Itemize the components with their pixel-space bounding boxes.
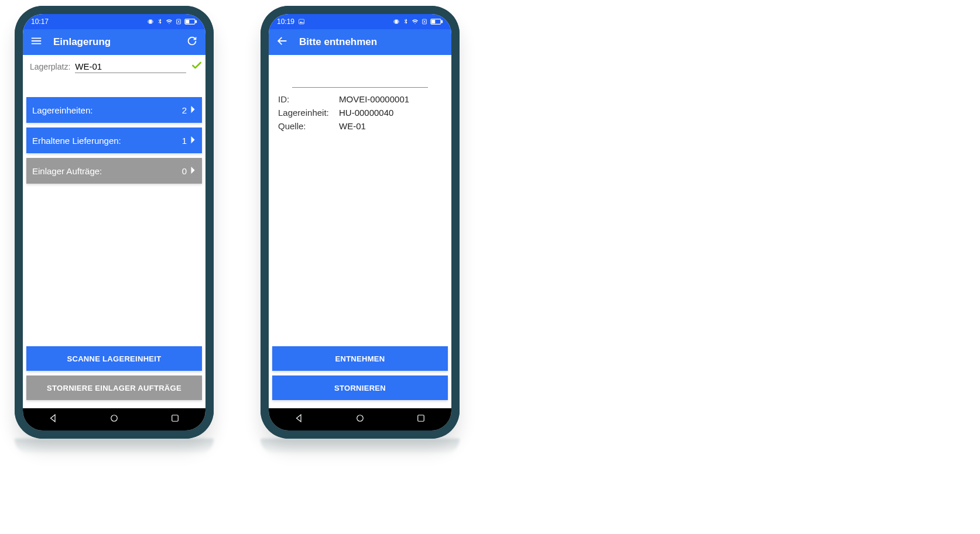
app-bar: Bitte entnehmen	[269, 29, 451, 55]
recents-nav-icon[interactable]	[170, 413, 180, 426]
chevron-right-icon	[190, 105, 196, 115]
status-icons	[147, 18, 197, 25]
page-title: Einlagerung	[53, 36, 175, 48]
back-arrow-icon[interactable]	[276, 35, 289, 50]
bluetooth-icon	[402, 18, 409, 25]
no-sim-icon	[421, 18, 428, 25]
svg-point-5	[111, 415, 118, 422]
home-nav-icon[interactable]	[109, 413, 119, 426]
page-title: Bitte entnehmen	[299, 36, 444, 48]
screen-left: 10:17 Einlagerung Lagerplatz:	[23, 14, 205, 430]
vibrate-icon	[393, 18, 400, 25]
list-item-lagereinheiten[interactable]: Lagereinheiten: 2	[26, 97, 202, 123]
phone-frame-left: 10:17 Einlagerung Lagerplatz:	[15, 6, 214, 439]
screen-right: 10:19 Bitte entnehmen ID: MOVEI	[269, 14, 451, 430]
content-right: ID: MOVEI-00000001 Lagereinheit: HU-0000…	[269, 55, 451, 408]
detail-value: WE-01	[339, 121, 366, 131]
bluetooth-icon	[156, 18, 163, 25]
cancel-orders-button[interactable]: STORNIERE EINLAGER AUFTRÄGE	[26, 375, 202, 400]
chevron-right-icon	[190, 166, 196, 176]
vibrate-icon	[147, 18, 154, 25]
storage-field-label: Lagerplatz:	[30, 62, 70, 71]
list-item-lieferungen[interactable]: Erhaltene Lieferungen: 1	[26, 128, 202, 153]
hamburger-icon[interactable]	[30, 35, 43, 50]
detail-label: Lagereinheit:	[278, 108, 337, 118]
android-nav-bar	[269, 408, 451, 430]
svg-rect-7	[299, 19, 304, 24]
list-item-count: 0	[182, 166, 187, 176]
app-bar: Einlagerung	[23, 29, 205, 55]
detail-label: Quelle:	[278, 121, 337, 131]
status-time: 10:19	[277, 18, 294, 26]
list-item-auftraege[interactable]: Einlager Aufträge: 0	[26, 158, 202, 184]
details-block: ID: MOVEI-00000001 Lagereinheit: HU-0000…	[272, 55, 448, 136]
svg-rect-3	[186, 20, 189, 23]
input-underline[interactable]	[292, 58, 428, 88]
recents-nav-icon[interactable]	[416, 413, 426, 426]
battery-icon	[430, 18, 443, 25]
storage-field-row: Lagerplatz:	[26, 55, 202, 76]
list-item-count: 2	[182, 105, 187, 115]
status-time-group: 10:19	[277, 18, 305, 26]
no-sim-icon	[175, 18, 182, 25]
image-icon	[298, 18, 305, 25]
content-left: Lagerplatz: Lagereinheiten: 2 Erhaltene …	[23, 55, 205, 408]
home-nav-icon[interactable]	[355, 413, 365, 426]
back-nav-icon[interactable]	[294, 413, 304, 426]
list-item-label: Erhaltene Lieferungen:	[32, 136, 182, 146]
status-bar: 10:19	[269, 14, 451, 29]
phone-frame-right: 10:19 Bitte entnehmen ID: MOVEI	[261, 6, 460, 439]
list-item-label: Einlager Aufträge:	[32, 166, 182, 176]
android-nav-bar	[23, 408, 205, 430]
scan-unit-button[interactable]: SCANNE LAGEREINHEIT	[26, 346, 202, 371]
storage-input[interactable]	[75, 60, 186, 73]
chevron-right-icon	[190, 136, 196, 146]
check-icon	[191, 60, 203, 74]
svg-rect-11	[431, 20, 434, 23]
status-bar: 10:17	[23, 14, 205, 29]
refresh-icon[interactable]	[186, 35, 198, 50]
svg-rect-13	[418, 415, 424, 422]
detail-label: ID:	[278, 94, 337, 104]
list-item-label: Lagereinheiten:	[32, 105, 182, 115]
wifi-icon	[412, 18, 419, 25]
detail-value: MOVEI-00000001	[339, 94, 409, 104]
status-icons	[393, 18, 443, 25]
battery-icon	[184, 18, 197, 25]
wifi-icon	[166, 18, 173, 25]
back-nav-icon[interactable]	[48, 413, 59, 426]
detail-row-source: Quelle: WE-01	[278, 119, 442, 133]
detail-value: HU-00000040	[339, 108, 393, 118]
svg-rect-2	[196, 20, 197, 22]
detail-row-unit: Lagereinheit: HU-00000040	[278, 106, 442, 119]
detail-row-id: ID: MOVEI-00000001	[278, 92, 442, 106]
status-time: 10:17	[31, 18, 49, 26]
take-button[interactable]: ENTNEHMEN	[272, 346, 448, 371]
list-item-count: 1	[182, 136, 187, 146]
cancel-button[interactable]: STORNIEREN	[272, 375, 448, 400]
svg-rect-10	[441, 20, 443, 22]
svg-rect-6	[172, 415, 179, 422]
svg-point-12	[357, 415, 364, 422]
